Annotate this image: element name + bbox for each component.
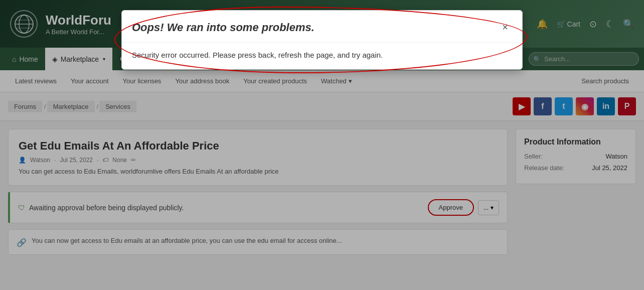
modal-body: Security error occurred. Please press ba… (122, 43, 522, 69)
modal-close-button[interactable]: × (498, 20, 512, 35)
modal-header: Oops! We ran into some problems. × (122, 11, 522, 43)
error-modal: Oops! We ran into some problems. × Secur… (121, 10, 523, 70)
modal-title: Oops! We ran into some problems. (132, 21, 314, 34)
modal-overlay[interactable]: Oops! We ran into some problems. × Secur… (0, 0, 644, 263)
modal-message: Security error occurred. Please press ba… (132, 51, 383, 59)
